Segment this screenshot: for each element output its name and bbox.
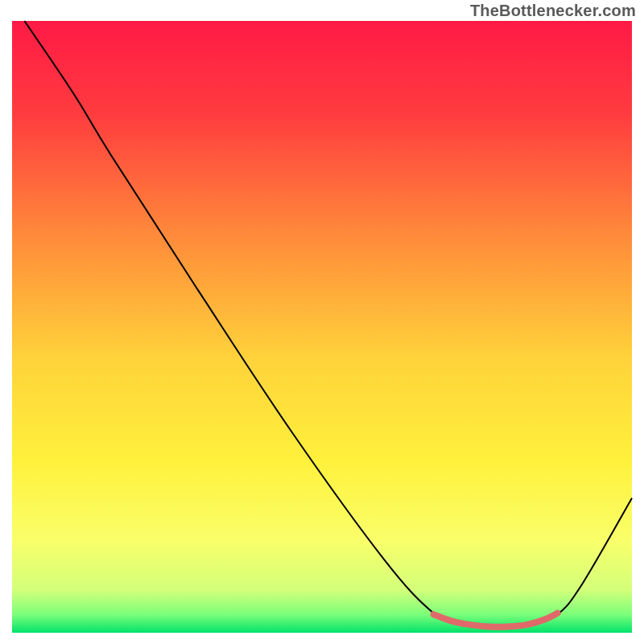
bottleneck-chart — [0, 0, 644, 644]
chart-background — [12, 21, 632, 633]
chart-container: TheBottlenecker.com — [0, 0, 644, 644]
